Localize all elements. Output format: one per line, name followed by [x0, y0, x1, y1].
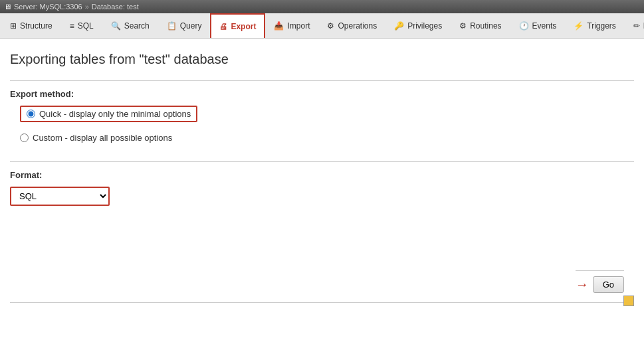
format-label: Format: [10, 170, 634, 180]
tab-search[interactable]: 🔍 Search [102, 13, 158, 38]
tab-query[interactable]: 📋 Query [158, 13, 211, 38]
corner-resize-icon [623, 296, 634, 306]
go-area: → Go [576, 270, 624, 293]
tab-structure[interactable]: ⊞ Structure [1, 13, 61, 38]
server-label: Server: MySQL:3306 [14, 3, 82, 11]
sql-icon: ≡ [70, 21, 74, 31]
go-button[interactable]: Go [593, 276, 624, 293]
nav-tabs: ⊞ Structure ≡ SQL 🔍 Search 📋 Query 🖨 Exp… [0, 13, 644, 39]
tab-import[interactable]: 📥 Import [265, 13, 318, 38]
breadcrumb-separator: » [85, 3, 89, 11]
search-icon: 🔍 [111, 21, 121, 31]
format-select[interactable]: SQL CSV JSON XML Excel [10, 187, 110, 206]
operations-icon: ⚙ [327, 21, 334, 31]
go-arrow-icon: → [576, 277, 589, 292]
tab-export[interactable]: 🖨 Export [210, 13, 265, 38]
quick-label: Quick - display only the minimal options [39, 109, 191, 119]
export-method-section: Export method: Quick - display only the … [10, 80, 634, 156]
query-icon: 📋 [167, 21, 177, 31]
quick-radio[interactable] [27, 110, 35, 118]
export-icon: 🖨 [219, 22, 227, 31]
title-bar: 🖥 Server: MySQL:3306 » Database: test [0, 0, 644, 13]
routines-icon: ⚙ [459, 21, 467, 31]
privileges-icon: 🔑 [394, 21, 404, 31]
tab-privileges[interactable]: 🔑 Privileges [385, 13, 451, 38]
designer-icon: ✏ [633, 21, 640, 31]
page-title: Exporting tables from "test" database [10, 52, 634, 67]
tab-designer[interactable]: ✏ Designer [625, 13, 644, 38]
tab-triggers[interactable]: ⚡ Triggers [565, 13, 625, 38]
content-wrapper: Export method: Quick - display only the … [10, 80, 634, 333]
format-section: Format: SQL CSV JSON XML Excel [10, 161, 634, 214]
tab-routines[interactable]: ⚙ Routines [451, 13, 510, 38]
triggers-icon: ⚡ [574, 21, 584, 31]
tab-sql[interactable]: ≡ SQL [61, 13, 102, 38]
custom-label: Custom - display all possible options [33, 133, 172, 143]
export-method-label: Export method: [10, 89, 634, 99]
page-content: Exporting tables from "test" database Ex… [0, 39, 644, 344]
quick-option[interactable]: Quick - display only the minimal options [20, 106, 197, 122]
tab-operations[interactable]: ⚙ Operations [318, 13, 385, 38]
tab-events[interactable]: 🕐 Events [510, 13, 566, 38]
custom-radio[interactable] [20, 133, 29, 142]
events-icon: 🕐 [519, 21, 529, 31]
structure-icon: ⊞ [10, 21, 17, 31]
export-method-options: Quick - display only the minimal options… [20, 106, 634, 143]
server-icon: 🖥 [4, 3, 11, 11]
import-icon: 📥 [274, 21, 284, 31]
custom-option[interactable]: Custom - display all possible options [20, 133, 634, 143]
bottom-separator [10, 302, 634, 303]
database-label: Database: test [92, 3, 139, 11]
